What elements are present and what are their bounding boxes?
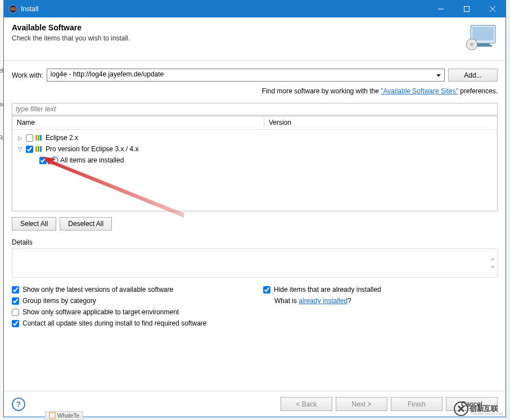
header-title: Available Software [12, 23, 458, 32]
select-all-button[interactable]: Select All [12, 217, 56, 231]
workwith-value: log4e - http://log4e.jayefem.de/update [51, 70, 164, 78]
tree-row-pro[interactable]: ▽ Pro version for Eclipse 3.x / 4.x [12, 143, 497, 155]
tree-label: Eclipse 2.x [46, 134, 78, 142]
opt-label: Show only the latest versions of availab… [22, 286, 173, 293]
details-panel [12, 249, 498, 278]
annotation-arrow [43, 157, 189, 224]
checkbox-eclipse2x[interactable] [26, 134, 33, 142]
svg-rect-2 [464, 7, 470, 12]
svg-text:i: i [54, 157, 56, 164]
svg-rect-4 [472, 27, 494, 40]
deselect-all-button[interactable]: Deselect All [60, 217, 112, 231]
help-button[interactable]: ? [12, 398, 25, 411]
opt-hide-installed[interactable]: Hide items that are already installed [263, 286, 498, 293]
scrollbar-stub[interactable] [489, 258, 496, 269]
opt-target-env[interactable]: Show only software applicable to target … [12, 308, 246, 316]
finish-button[interactable]: Finish [391, 397, 443, 411]
svg-rect-14 [50, 413, 55, 418]
dialog-header: Available Software Check the items that … [4, 17, 506, 61]
tree-header: Name Version [12, 116, 497, 130]
software-sites-link[interactable]: "Available Software Sites" [381, 87, 458, 95]
hint-suffix: preferences. [458, 87, 498, 95]
watermark: 创新互联 CHUANG XIN HU LIAN [454, 400, 510, 418]
workwith-combobox[interactable]: log4e - http://log4e.jayefem.de/update [47, 69, 445, 82]
checkbox-group-category[interactable] [12, 297, 19, 305]
watermark-logo-icon [454, 401, 468, 416]
header-subtitle: Check the items that you wish to install… [12, 34, 458, 42]
checkbox-pro[interactable] [26, 146, 33, 153]
details-label: Details [12, 238, 498, 246]
whatis-suffix: ? [347, 297, 351, 305]
category-icon [35, 135, 43, 141]
svg-marker-11 [43, 157, 184, 218]
workwith-label: Work with: [12, 71, 43, 79]
checkbox-hide-installed[interactable] [263, 286, 270, 293]
checkbox-target-env[interactable] [12, 309, 19, 316]
window-title: Install [21, 5, 428, 13]
svg-point-8 [470, 43, 473, 46]
tree-label: Pro version for Eclipse 3.x / 4.x [46, 145, 138, 153]
install-dialog: Install Available Software Check the ite… [3, 0, 506, 417]
next-button[interactable]: Next > [336, 397, 387, 411]
software-tree: Name Version ▷ Eclipse 2.x ▽ Pro version… [12, 116, 498, 211]
info-icon: i [51, 156, 58, 164]
hint-prefix: Find more software by working with the [262, 87, 381, 95]
svg-rect-5 [476, 43, 490, 45]
watermark-sub: CHUANG XIN HU LIAN [471, 412, 503, 416]
tree-row-eclipse2x[interactable]: ▷ Eclipse 2.x [12, 132, 497, 143]
column-name[interactable]: Name [12, 116, 264, 129]
opt-label: Show only software applicable to target … [22, 308, 179, 316]
category-icon [35, 146, 43, 152]
filter-input[interactable] [12, 103, 498, 115]
column-version[interactable]: Version [264, 116, 497, 129]
opt-label: Contact all update sites during install … [22, 319, 207, 327]
close-button[interactable] [480, 1, 506, 17]
checkbox-contact-sites[interactable] [12, 320, 19, 327]
tree-row-child[interactable]: i All items are installed [12, 155, 497, 166]
opt-contact-sites[interactable]: Contact all update sites during install … [12, 319, 498, 327]
opt-group-category[interactable]: Group items by category [12, 297, 246, 305]
minimize-button[interactable] [428, 1, 454, 17]
app-stub-icon [49, 412, 56, 419]
tree-child-label: All items are installed [60, 156, 124, 164]
eclipse-icon [8, 4, 17, 13]
checkbox-show-latest[interactable] [12, 286, 19, 293]
expand-icon[interactable]: ▷ [17, 135, 24, 141]
sites-hint: Find more software by working with the "… [12, 87, 498, 95]
already-installed-link[interactable]: already installed [299, 297, 347, 305]
whatis-prefix: What is [274, 297, 299, 305]
opt-show-latest[interactable]: Show only the latest versions of availab… [12, 286, 246, 293]
taskbar-stub-label: WhaleTe [57, 413, 79, 419]
taskbar-stub: WhaleTe [45, 411, 83, 420]
back-button[interactable]: < Back [281, 397, 332, 411]
titlebar: Install [4, 1, 506, 17]
maximize-button[interactable] [454, 1, 480, 17]
opt-label: Hide items that are already installed [274, 286, 381, 293]
opt-label: Group items by category [22, 297, 96, 305]
checkbox-child[interactable] [39, 157, 47, 164]
collapse-icon[interactable]: ▽ [17, 146, 24, 152]
whatis-text: What is already installed? [263, 297, 498, 305]
add-button[interactable]: Add... [448, 69, 498, 82]
install-wizard-icon [464, 23, 498, 50]
